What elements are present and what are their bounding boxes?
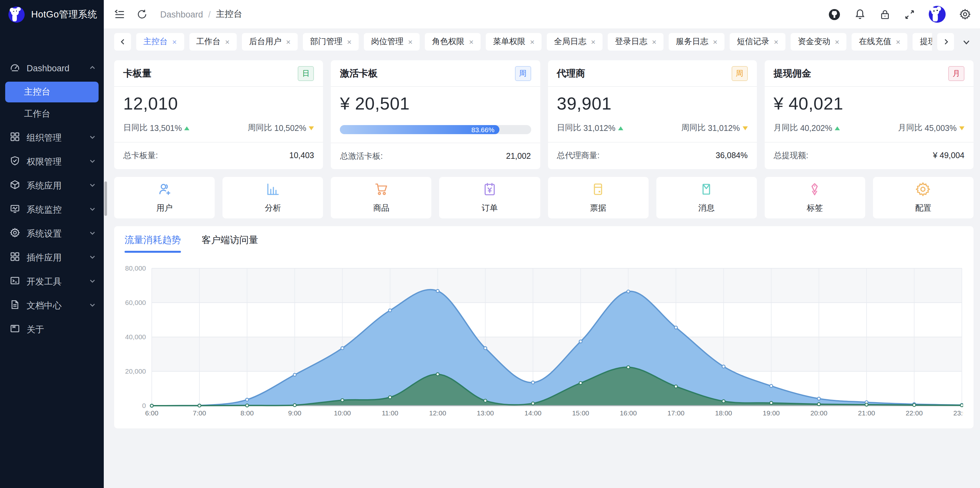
svg-text:23:00: 23:00	[953, 409, 963, 417]
tab-online-recharge[interactable]: 在线充值×	[851, 33, 907, 51]
card-value: 12,010	[123, 94, 314, 114]
tabs-strip: 主控台× 工作台× 后台用户× 部门管理× 岗位管理× 角色权限× 菜单权限× …	[136, 33, 932, 51]
sidebar-item-about[interactable]: 关于	[0, 318, 104, 342]
grid-icon	[10, 252, 20, 264]
sidebar-item-system-monitor[interactable]: 系统监控	[0, 198, 104, 222]
sidebar: HotGo管理系统 Dashboard 主控台 工作台	[0, 0, 104, 488]
breadcrumb-current: 主控台	[216, 8, 242, 20]
tile-label: 票据	[590, 203, 606, 214]
card-value: 39,901	[557, 94, 748, 114]
period-badge: 日	[298, 66, 314, 81]
sidebar-item-docs[interactable]: 文档中心	[0, 293, 104, 318]
sidebar-item-label: 主控台	[24, 86, 50, 98]
tab-close-icon[interactable]: ×	[835, 38, 839, 46]
gear-icon	[915, 181, 931, 199]
tab-positions[interactable]: 岗位管理×	[364, 33, 420, 51]
svg-text:12:00: 12:00	[429, 409, 446, 417]
tile-analysis[interactable]: 分析	[223, 177, 323, 219]
gear-icon	[10, 228, 20, 240]
svg-text:17:00: 17:00	[667, 409, 684, 417]
tab-close-icon[interactable]: ×	[530, 38, 535, 46]
logo-row[interactable]: HotGo管理系统	[0, 0, 104, 29]
tile-users[interactable]: 用户	[114, 177, 215, 219]
tabs-scroll-right-button[interactable]	[937, 33, 954, 51]
card-value: ¥ 20,501	[340, 94, 531, 114]
notification-bell-icon[interactable]	[854, 8, 866, 20]
footer-value: 36,084%	[716, 151, 748, 160]
lock-icon[interactable]	[880, 9, 891, 20]
tab-close-icon[interactable]: ×	[347, 38, 352, 46]
tile-config[interactable]: 配置	[873, 177, 974, 219]
sidebar-item-label: 组织管理	[27, 132, 83, 144]
breadcrumb-root[interactable]: Dashboard	[160, 10, 203, 19]
cube-icon	[10, 179, 20, 192]
stat-card-agents: 代理商 周 39,901 日同比 31,012% 周同比 31,012% 总代理…	[548, 60, 757, 169]
tab-close-icon[interactable]: ×	[172, 38, 177, 46]
tab-menu-perms[interactable]: 菜单权限×	[486, 33, 542, 51]
tab-fund-changes[interactable]: 资金变动×	[791, 33, 846, 51]
chevron-down-icon	[89, 229, 96, 239]
sidebar-item-permissions[interactable]: 权限管理	[0, 150, 104, 174]
sidebar-item-label: 开发工具	[27, 276, 83, 287]
tab-admin-users[interactable]: 后台用户×	[242, 33, 298, 51]
tab-close-icon[interactable]: ×	[774, 38, 778, 46]
tab-close-icon[interactable]: ×	[896, 38, 900, 46]
tab-service-log[interactable]: 服务日志×	[669, 33, 724, 51]
tile-messages[interactable]: 消息	[656, 177, 757, 219]
tab-console[interactable]: 主控台×	[136, 33, 184, 51]
tab-global-log[interactable]: 全局日志×	[547, 33, 603, 51]
sidebar-item-dev-tools[interactable]: 开发工具	[0, 269, 104, 293]
fullscreen-icon[interactable]	[904, 9, 915, 20]
sidebar-item-system-apps[interactable]: 系统应用	[0, 174, 104, 198]
tab-login-log[interactable]: 登录日志×	[608, 33, 663, 51]
sidebar-item-label: 权限管理	[27, 156, 83, 168]
tab-withdrawal-mgmt[interactable]: 提现管理×	[913, 33, 932, 51]
tab-close-icon[interactable]: ×	[225, 38, 230, 46]
sidebar-item-workbench[interactable]: 工作台	[0, 104, 104, 124]
avatar[interactable]	[929, 6, 946, 23]
chevron-down-icon	[89, 277, 96, 287]
monitor-icon	[10, 203, 20, 216]
svg-text:60,000: 60,000	[125, 299, 146, 306]
tab-close-icon[interactable]: ×	[408, 38, 412, 46]
sidebar-item-organization[interactable]: 组织管理	[0, 126, 104, 150]
sidebar-item-dashboard[interactable]: Dashboard	[0, 56, 104, 80]
trend-up-icon	[835, 126, 840, 130]
scrollbar-thumb[interactable]	[104, 181, 107, 216]
tab-close-icon[interactable]: ×	[286, 38, 291, 46]
tab-close-icon[interactable]: ×	[469, 38, 474, 46]
sidebar-item-label: 系统应用	[27, 180, 83, 192]
settings-gear-icon[interactable]	[959, 8, 971, 20]
tabs-dropdown-button[interactable]	[959, 33, 974, 51]
sidebar-item-system-settings[interactable]: 系统设置	[0, 222, 104, 246]
about-icon	[10, 323, 20, 336]
tile-tickets[interactable]: 票据	[548, 177, 648, 219]
period-badge: 周	[732, 66, 748, 81]
tab-close-icon[interactable]: ×	[591, 38, 595, 46]
github-icon[interactable]	[828, 8, 840, 21]
tile-orders[interactable]: 订单	[439, 177, 540, 219]
quick-tiles-row: 用户 分析 商品	[114, 177, 974, 219]
tab-sms-records[interactable]: 短信记录×	[730, 33, 786, 51]
chevron-down-icon	[89, 253, 96, 263]
tab-departments[interactable]: 部门管理×	[303, 33, 359, 51]
svg-text:11:00: 11:00	[382, 409, 398, 417]
refresh-icon[interactable]	[137, 9, 147, 19]
trend-down-icon	[743, 126, 748, 130]
tab-close-icon[interactable]: ×	[713, 38, 718, 46]
tab-close-icon[interactable]: ×	[652, 38, 656, 46]
tabbar: 主控台× 工作台× 后台用户× 部门管理× 岗位管理× 角色权限× 菜单权限× …	[104, 30, 980, 54]
tab-role-perms[interactable]: 角色权限×	[425, 33, 480, 51]
trend-right: 周同比 31,012%	[681, 122, 748, 133]
trend-down-icon	[959, 126, 964, 130]
menu-collapse-icon[interactable]	[114, 9, 125, 20]
tabs-scroll-left-button[interactable]	[114, 33, 131, 51]
tile-tags[interactable]: 标签	[765, 177, 865, 219]
tile-goods[interactable]: 商品	[331, 177, 432, 219]
chart-tab-client-visits[interactable]: 客户端访问量	[202, 234, 258, 253]
sidebar-item-plugins[interactable]: 插件应用	[0, 246, 104, 269]
activation-progress-fill: 83.66%	[340, 125, 500, 134]
tab-workbench[interactable]: 工作台×	[189, 33, 237, 51]
chart-tab-traffic[interactable]: 流量消耗趋势	[124, 234, 181, 253]
sidebar-item-console[interactable]: 主控台	[5, 82, 99, 102]
